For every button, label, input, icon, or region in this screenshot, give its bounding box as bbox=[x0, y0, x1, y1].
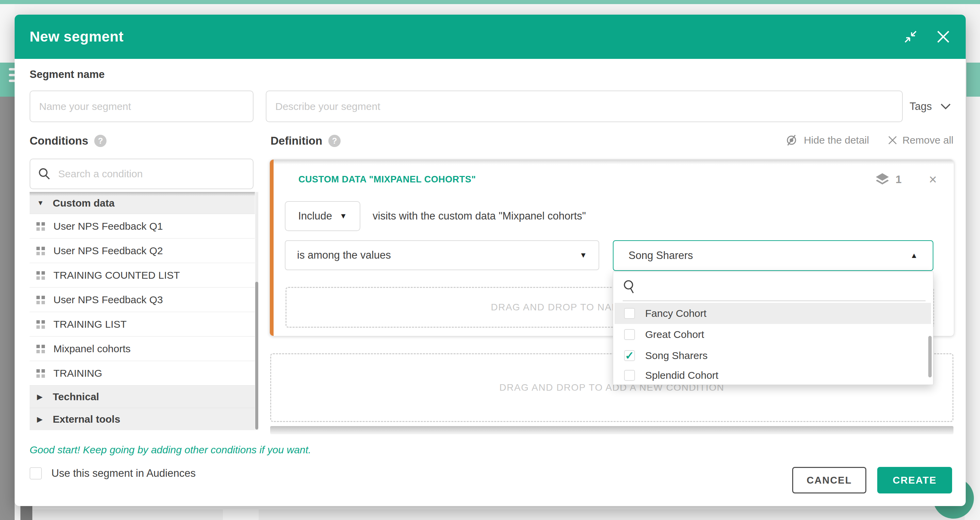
app-left-edge bbox=[0, 4, 14, 63]
caret-up-icon: ▲ bbox=[910, 251, 918, 260]
background-gap bbox=[223, 509, 259, 520]
option-label: Great Cohort bbox=[645, 329, 704, 340]
condition-item[interactable]: User NPS Feedback Q2 bbox=[30, 238, 255, 263]
tags-label: Tags bbox=[910, 100, 932, 113]
definition-heading-text: Definition bbox=[270, 134, 322, 147]
background-block bbox=[21, 506, 32, 520]
checkbox-unchecked[interactable] bbox=[624, 329, 635, 340]
drag-handle-icon bbox=[37, 320, 45, 328]
condition-item[interactable]: TRAINING COUNTED LIST bbox=[30, 263, 255, 287]
option-great-cohort[interactable]: Great Cohort bbox=[614, 324, 931, 345]
create-button[interactable]: CREATE bbox=[877, 467, 952, 493]
layers-icon bbox=[875, 173, 889, 186]
modal-header: New segment bbox=[14, 14, 966, 59]
segment-name-input[interactable] bbox=[30, 91, 253, 122]
eye-off-icon bbox=[785, 134, 798, 146]
background-strip bbox=[32, 509, 965, 520]
option-song-sharers[interactable]: ✓ Song Sharers bbox=[614, 345, 931, 366]
card-accent-bar bbox=[270, 160, 274, 336]
checkbox-unchecked[interactable] bbox=[30, 467, 42, 480]
condition-item[interactable]: Mixpanel cohorts bbox=[30, 336, 255, 361]
help-icon[interactable]: ? bbox=[328, 135, 340, 147]
scrollbar-thumb[interactable] bbox=[928, 336, 932, 377]
condition-item-label: User NPS Feedback Q3 bbox=[53, 294, 163, 305]
hide-detail-button[interactable]: Hide the detail bbox=[785, 134, 869, 146]
condition-item[interactable]: User NPS Feedback Q1 bbox=[30, 214, 255, 238]
value-label: Song Sharers bbox=[628, 250, 693, 262]
condition-item-label: TRAINING bbox=[53, 367, 102, 379]
drag-handle-icon bbox=[37, 345, 45, 353]
condition-search-box bbox=[30, 159, 253, 189]
caret-down-icon: ▼ bbox=[37, 199, 45, 207]
help-icon[interactable]: ? bbox=[94, 135, 107, 147]
drag-handle-icon bbox=[37, 296, 45, 304]
option-label: Splendid Cohort bbox=[645, 370, 718, 381]
option-label: Song Sharers bbox=[645, 350, 708, 361]
include-label: Include bbox=[298, 210, 332, 222]
close-icon[interactable] bbox=[936, 29, 951, 44]
app-header-strip bbox=[966, 63, 980, 97]
stack-indicator: 1 bbox=[875, 173, 902, 186]
conditions-list: ▼ Custom data User NPS Feedback Q1 User … bbox=[30, 192, 255, 430]
group-label: External tools bbox=[53, 413, 120, 425]
condition-item-label: TRAINING COUNTED LIST bbox=[53, 270, 180, 281]
conditions-scrollbar[interactable] bbox=[255, 192, 258, 430]
checkbox-checked[interactable]: ✓ bbox=[624, 350, 635, 361]
condition-search-input[interactable] bbox=[58, 168, 245, 180]
drag-handle-icon bbox=[37, 247, 45, 255]
scrollbar-thumb[interactable] bbox=[255, 282, 258, 429]
app-top-bar bbox=[0, 0, 980, 4]
condition-item[interactable]: User NPS Feedback Q3 bbox=[30, 287, 255, 312]
definition-heading: Definition ? bbox=[270, 134, 340, 147]
stack-count: 1 bbox=[896, 173, 902, 186]
search-icon bbox=[38, 167, 51, 180]
audiences-label: Use this segment in Audiences bbox=[51, 467, 196, 480]
option-label: Fancy Cohort bbox=[645, 308, 706, 319]
option-splendid-cohort[interactable]: Splendid Cohort bbox=[614, 366, 931, 385]
condition-card: CUSTOM DATA "MIXPANEL COHORTS" 1 × Inclu… bbox=[269, 159, 954, 336]
segment-name-label: Segment name bbox=[30, 68, 105, 81]
hide-detail-label: Hide the detail bbox=[804, 134, 869, 146]
operator-label: is among the values bbox=[297, 249, 391, 261]
option-fancy-cohort[interactable]: Fancy Cohort bbox=[614, 303, 931, 324]
caret-down-icon: ▼ bbox=[340, 211, 347, 221]
condition-item-label: User NPS Feedback Q2 bbox=[53, 245, 163, 257]
include-dropdown[interactable]: Include ▼ bbox=[285, 201, 360, 231]
drag-handle-icon bbox=[37, 369, 45, 377]
segment-description-input[interactable] bbox=[266, 91, 903, 122]
progress-hint: Good start! Keep going by adding other c… bbox=[30, 444, 311, 456]
minimize-icon[interactable] bbox=[903, 29, 918, 44]
condition-item[interactable]: TRAINING bbox=[30, 361, 255, 385]
drag-handle-icon bbox=[37, 222, 45, 231]
panel-divider bbox=[623, 301, 926, 301]
caret-down-icon: ▼ bbox=[579, 251, 587, 260]
remove-condition-icon[interactable]: × bbox=[929, 173, 937, 186]
audiences-checkbox-row[interactable]: Use this segment in Audiences bbox=[30, 467, 196, 480]
tags-dropdown[interactable]: Tags bbox=[910, 91, 951, 122]
horizontal-scrollbar[interactable] bbox=[270, 426, 953, 434]
condition-group-technical[interactable]: ▶ Technical bbox=[30, 385, 255, 408]
condition-item[interactable]: TRAINING LIST bbox=[30, 312, 255, 336]
value-dropdown-panel: Fancy Cohort Great Cohort ✓ Song Sharers… bbox=[613, 272, 933, 385]
app-sidebar-dimmed bbox=[0, 97, 14, 520]
condition-item-label: TRAINING LIST bbox=[53, 318, 127, 330]
remove-all-button[interactable]: Remove all bbox=[888, 134, 953, 146]
checkmark-icon: ✓ bbox=[625, 350, 634, 361]
operator-dropdown[interactable]: is among the values ▼ bbox=[285, 240, 599, 270]
conditions-heading: Conditions ? bbox=[30, 134, 107, 147]
condition-group-external-tools[interactable]: ▶ External tools bbox=[30, 408, 255, 430]
new-segment-modal: New segment Segment name Tags Conditions bbox=[14, 14, 966, 506]
remove-all-x-icon bbox=[888, 136, 897, 145]
modal-title: New segment bbox=[30, 29, 124, 45]
conditions-heading-text: Conditions bbox=[30, 134, 88, 147]
checkbox-unchecked[interactable] bbox=[624, 308, 635, 319]
value-dropdown[interactable]: Song Sharers ▲ bbox=[613, 240, 933, 271]
cancel-button[interactable]: CANCEL bbox=[792, 467, 866, 493]
condition-item-label: Mixpanel cohorts bbox=[53, 343, 130, 355]
drag-handle-icon bbox=[37, 271, 45, 279]
app-sidebar-header bbox=[0, 63, 14, 97]
caret-right-icon: ▶ bbox=[37, 415, 45, 423]
chevron-down-icon bbox=[940, 103, 951, 110]
panel-search[interactable] bbox=[623, 277, 636, 297]
checkbox-unchecked[interactable] bbox=[624, 370, 635, 381]
